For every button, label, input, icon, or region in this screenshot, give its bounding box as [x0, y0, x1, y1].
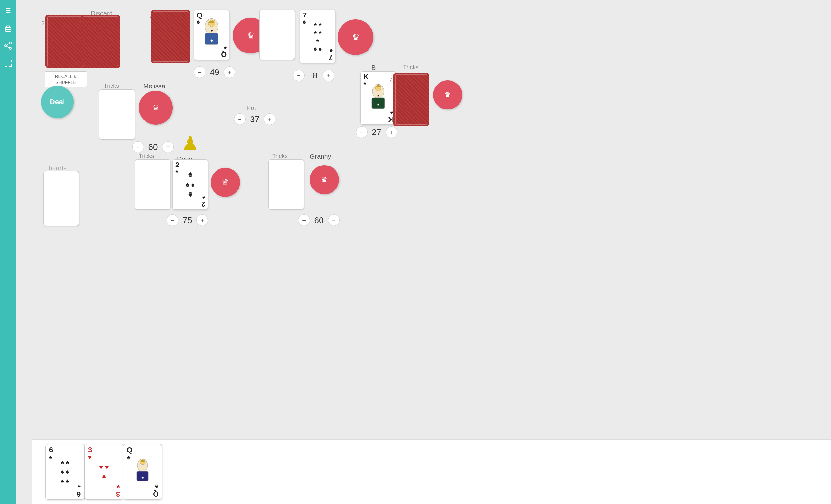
K-played-card: 7 ♠ ♠ ♠ ♠ ♠ ♠ ♠ ♠ 7 ♠ — [300, 10, 336, 63]
svg-point-3 — [4, 45, 6, 47]
hand-card-3[interactable]: Q♣ ♣ Q♣ — [123, 444, 162, 500]
K-score-plus[interactable]: + — [323, 70, 335, 81]
Granny-score-plus[interactable]: + — [328, 214, 340, 226]
fullscreen-icon[interactable] — [3, 58, 13, 69]
Granny-score-value: 60 — [312, 215, 325, 226]
M-score-value: 49 — [208, 67, 221, 78]
svg-text:♥: ♥ — [210, 29, 212, 33]
Melissa-score-plus[interactable]: + — [162, 141, 174, 153]
svg-line-6 — [6, 46, 9, 48]
briefcase-icon[interactable] — [3, 23, 13, 34]
hearts-slot — [44, 171, 79, 226]
pot-score-minus[interactable]: − — [234, 113, 246, 125]
Doug-score-minus[interactable]: − — [167, 214, 178, 226]
Doug-trick-slot — [135, 159, 170, 210]
M-score-minus[interactable]: − — [194, 66, 205, 78]
menu-icon[interactable]: ☰ — [3, 5, 13, 16]
svg-point-2 — [9, 42, 11, 44]
sidebar: ☰ — [0, 0, 16, 504]
Granny-score-minus[interactable]: − — [298, 214, 310, 226]
pot-score-control: − 37 + — [234, 113, 276, 125]
B-score-plus[interactable]: + — [386, 126, 397, 138]
Melissa-score-minus[interactable]: − — [132, 141, 144, 153]
Melissa-tricks-label: Tricks — [104, 83, 119, 89]
M-score-plus[interactable]: + — [224, 66, 235, 78]
Doug-token: ♛ — [211, 168, 240, 197]
B-tricks-label: Tricks — [403, 64, 419, 71]
Melissa-trick-slot — [99, 89, 135, 140]
svg-text:♠: ♠ — [377, 102, 379, 107]
share-icon[interactable] — [3, 40, 13, 51]
pot-score-value: 37 — [248, 114, 261, 124]
Granny-token: ♛ — [310, 165, 339, 194]
K-score-control: − -8 + — [293, 70, 335, 81]
Granny-tricks-label: Tricks — [272, 153, 287, 160]
pot-label: Pot — [246, 104, 256, 112]
Granny-name-label: Granny — [310, 153, 331, 160]
discard-card-1[interactable] — [46, 14, 84, 68]
Granny-score-control: − 60 + — [298, 214, 340, 226]
M-played-card: Q ♠ ♠ ♥ Q ♠ — [194, 10, 229, 60]
hand-card-1[interactable]: 6♠ ♠ ♠ ♠ ♠ ♠ ♠ 6♠ — [46, 444, 84, 500]
svg-point-4 — [9, 47, 11, 49]
B-trick-card — [394, 73, 429, 126]
M-score-control: − 49 + — [194, 66, 235, 78]
hand-area: 6♠ ♠ ♠ ♠ ♠ ♠ ♠ 6♠ 3♥ ♥ ♥ ♥ 3♥ Q♣ — [32, 439, 831, 504]
svg-rect-28 — [141, 460, 145, 462]
svg-text:♣: ♣ — [141, 475, 144, 480]
svg-line-5 — [6, 44, 9, 46]
Doug-tricks-label: Tricks — [139, 153, 154, 160]
svg-rect-10 — [209, 21, 214, 23]
B-card-badge: 4 — [390, 77, 393, 84]
Melissa-score-value: 60 — [146, 142, 160, 152]
K-score-minus[interactable]: − — [293, 70, 305, 81]
Melissa-score-control: − 60 + — [132, 141, 174, 153]
svg-text:♠: ♠ — [210, 37, 213, 43]
doug-pawn: ♟ — [181, 132, 199, 155]
hand-card-2[interactable]: 3♥ ♥ ♥ ♥ 3♥ — [85, 444, 123, 500]
Doug-score-plus[interactable]: + — [196, 214, 208, 226]
svg-rect-19 — [376, 86, 380, 87]
pot-score-plus[interactable]: + — [264, 113, 276, 125]
Melissa-name-label: Melissa — [143, 83, 165, 90]
Melissa-token: ♛ — [139, 91, 173, 125]
B-token: ♛ — [433, 80, 462, 110]
discard-card-2[interactable] — [81, 14, 120, 68]
Doug-score-value: 75 — [181, 215, 194, 226]
game-area: Discard 22 10 RECALL &SHUFFLE Deal Trick… — [16, 0, 831, 504]
Doug-score-control: − 75 + — [167, 214, 208, 226]
B-name-label: B — [371, 64, 376, 71]
B-score-value: 27 — [370, 127, 383, 137]
B-score-control: − 27 + — [356, 126, 397, 138]
K-score-value: -8 — [307, 70, 320, 81]
svg-text:♥: ♥ — [377, 93, 379, 97]
K-token: ♛ — [338, 20, 373, 55]
Doug-played-card: 2 ♠ ♠ ♠ ♠ ♠ 2 ♠ — [172, 159, 208, 210]
M-trick-card — [151, 10, 190, 63]
deal-button[interactable]: Deal — [41, 86, 74, 118]
B-score-minus[interactable]: − — [356, 126, 368, 138]
K-trick-slot — [259, 10, 295, 60]
recall-shuffle-button[interactable]: RECALL &SHUFFLE — [45, 71, 87, 87]
svg-point-9 — [208, 20, 215, 27]
Granny-trick-slot — [268, 159, 304, 210]
